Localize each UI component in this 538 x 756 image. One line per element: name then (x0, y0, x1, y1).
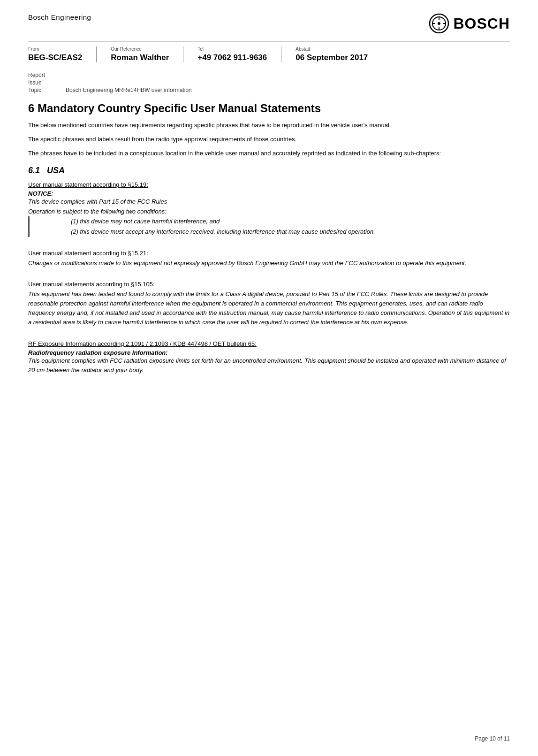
date-value: 06 September 2017 (296, 53, 368, 62)
from-field: From BEG-SC/EAS2 (28, 46, 97, 62)
issue-row: Issue (28, 79, 510, 86)
meta-bar: From BEG-SC/EAS2 Our Reference Roman Wal… (28, 41, 510, 62)
rf-para: This equipment complies with FCC radiati… (28, 356, 510, 375)
rf-heading: RF Exposure Information according 2.1091… (28, 340, 510, 347)
page-footer: Page 10 of 11 (475, 735, 510, 742)
subsection-title-text: USA (47, 166, 65, 175)
rf-bold-label: Radiofrequency radiation exposure Inform… (28, 349, 510, 356)
page: Bosch Engineering BOSCH From BEG-SC/EAS2… (0, 0, 538, 756)
notice-line2: Operation is subject to the following tw… (28, 207, 510, 216)
notice-label: NOTICE: (28, 190, 510, 197)
tel-field: Tel +49 7062 911-9636 (197, 46, 281, 62)
bosch-circle-icon (429, 13, 449, 34)
bosch-brand-text: BOSCH (453, 15, 510, 32)
notice-item-1-text: (1) this device may not cause harmful in… (71, 218, 220, 225)
tel-label: Tel (197, 46, 267, 52)
notice-items-container: (1) this device may not cause harmful in… (28, 216, 510, 237)
notice-line1: This device complies with Part 15 of the… (28, 197, 510, 206)
um-heading-1521: User manual statement according to §15.2… (28, 250, 510, 257)
tel-value: +49 7062 911-9636 (197, 53, 267, 62)
um-heading-1519: User manual statement according to §15.1… (28, 181, 510, 188)
para-15105: This equipment has been tested and found… (28, 290, 510, 328)
body-para-1: The below mentioned countries have requi… (28, 121, 510, 130)
notice-item-2-text: (2) this device must accept any interfer… (71, 228, 375, 235)
header: Bosch Engineering BOSCH (28, 13, 510, 34)
section-title-text: Mandatory Country Specific User Manual S… (38, 102, 321, 115)
notice-item-2: (2) this device must accept any interfer… (71, 227, 375, 237)
topic-value: Bosch Engineering MRRe14HBW user informa… (66, 87, 192, 93)
um-heading-15105: User manual statements according to §15.… (28, 281, 510, 288)
section-title: 6 Mandatory Country Specific User Manual… (28, 102, 510, 115)
report-row: Report (28, 72, 510, 78)
issue-label: Issue (28, 79, 52, 86)
company-name: Bosch Engineering (28, 13, 91, 21)
para-1521: Changes or modifications made to this eq… (28, 259, 510, 268)
from-label: From (28, 46, 82, 52)
date-field: Abstatt 06 September 2017 (296, 46, 382, 62)
ref-label: Our Reference (111, 46, 169, 52)
date-label: Abstatt (296, 46, 368, 52)
side-line-decoration (28, 216, 30, 237)
reference-field: Our Reference Roman Walther (111, 46, 183, 62)
ref-value: Roman Walther (111, 53, 169, 62)
body-para-3: The phrases have to be included in a con… (28, 149, 510, 158)
section-number: 6 (28, 102, 34, 115)
subsection-title: 6.1 USA (28, 166, 510, 176)
report-label: Report (28, 72, 52, 78)
notice-item-1: (1) this device may not cause harmful in… (71, 216, 375, 227)
body-para-2: The specific phrases and labels result f… (28, 135, 510, 144)
report-section: Report Issue Topic Bosch Engineering MRR… (28, 72, 510, 93)
from-value: BEG-SC/EAS2 (28, 53, 82, 62)
subsection-number: 6.1 (28, 166, 40, 175)
bosch-logo: BOSCH (429, 13, 510, 34)
topic-row: Topic Bosch Engineering MRRe14HBW user i… (28, 87, 510, 93)
page-number: Page 10 of 11 (475, 735, 510, 742)
company-name-area: Bosch Engineering (28, 13, 91, 21)
svg-point-2 (438, 22, 440, 25)
notice-items: (1) this device may not cause harmful in… (33, 216, 375, 237)
topic-label: Topic (28, 87, 52, 93)
